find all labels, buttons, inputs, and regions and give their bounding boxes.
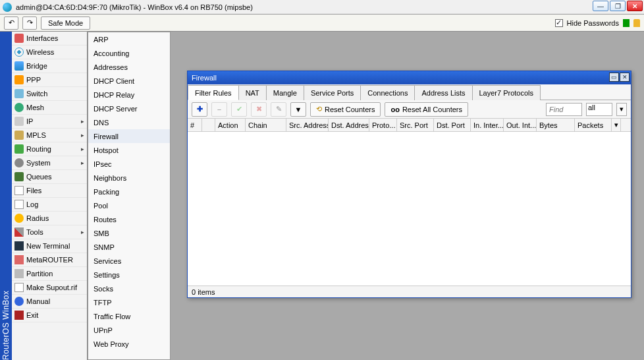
- submenu-item-tftp[interactable]: TFTP: [88, 295, 170, 309]
- sidebar-item-manual[interactable]: Manual: [12, 295, 87, 309]
- sidebar-item-queues[interactable]: Queues: [12, 170, 87, 184]
- column-header-dst-address[interactable]: Dst. Address: [329, 119, 369, 131]
- column-header-packets[interactable]: Packets: [575, 119, 612, 131]
- column-header-spacer[interactable]: ▾: [612, 119, 621, 131]
- sidebar-item-label: Manual: [26, 297, 50, 305]
- sidebar-item-label: System: [26, 159, 51, 167]
- submenu-item-ipsec[interactable]: IPsec: [88, 157, 170, 171]
- column-header-in-inter-[interactable]: In. Inter...: [471, 119, 504, 131]
- submenu-item-dhcp-server[interactable]: DHCP Server: [88, 102, 170, 115]
- column-header-dst-port[interactable]: Dst. Port: [434, 119, 471, 131]
- firewall-titlebar[interactable]: Firewall ▭ ✕: [188, 71, 631, 84]
- submenu-item-packing[interactable]: Packing: [88, 185, 170, 198]
- remove-button[interactable]: −: [211, 102, 227, 117]
- submenu-item-smb[interactable]: SMB: [88, 226, 170, 240]
- maximize-button[interactable]: ❐: [610, 1, 626, 11]
- sidebar-item-partition[interactable]: Partition: [12, 267, 87, 281]
- undo-button[interactable]: ↶: [4, 16, 18, 30]
- enable-button[interactable]: ✔: [231, 102, 247, 117]
- submenu-item-hotspot[interactable]: Hotspot: [88, 143, 170, 157]
- tab-nat[interactable]: NAT: [238, 85, 267, 100]
- firewall-minimize-button[interactable]: ▭: [609, 73, 619, 82]
- submenu-item-accounting[interactable]: Accounting: [88, 46, 170, 60]
- disable-button[interactable]: ✖: [251, 102, 267, 117]
- tab-filter-rules[interactable]: Filter Rules: [188, 85, 239, 100]
- minimize-button[interactable]: —: [593, 1, 608, 11]
- find-input[interactable]: [546, 103, 582, 116]
- submenu-item-addresses[interactable]: Addresses: [88, 60, 170, 74]
- column-header-bytes[interactable]: Bytes: [537, 119, 575, 131]
- tab-mangle[interactable]: Mangle: [266, 85, 304, 100]
- sidebar-item-bridge[interactable]: Bridge: [12, 59, 87, 73]
- sidebar-item-exit[interactable]: Exit: [12, 309, 87, 322]
- column-header-chain[interactable]: Chain: [246, 119, 286, 131]
- submenu-item-snmp[interactable]: SNMP: [88, 240, 170, 254]
- firewall-close-button[interactable]: ✕: [620, 73, 630, 82]
- column-header-out-int-[interactable]: Out. Int...: [504, 119, 537, 131]
- sidebar-item-ip[interactable]: IP: [12, 115, 87, 129]
- sidebar-item-radius[interactable]: Radius: [12, 212, 87, 225]
- sidebar-item-interfaces[interactable]: Interfaces: [12, 32, 87, 45]
- reset-counters-button[interactable]: ⟲Reset Counters: [310, 102, 381, 117]
- sidebar-item-tools[interactable]: Tools: [12, 225, 87, 239]
- tab-layer7-protocols[interactable]: Layer7 Protocols: [472, 85, 541, 100]
- column-header-proto-[interactable]: Proto...: [369, 119, 397, 131]
- sidebar-item-mesh[interactable]: Mesh: [12, 101, 87, 115]
- sidebar-item-system[interactable]: System: [12, 156, 87, 170]
- submenu-item-web-proxy[interactable]: Web Proxy: [88, 337, 170, 351]
- submenu-item-neighbors[interactable]: Neighbors: [88, 171, 170, 185]
- sidebar-item-label: Log: [26, 200, 38, 208]
- submenu-item-dhcp-relay[interactable]: DHCP Relay: [88, 88, 170, 102]
- add-button[interactable]: ✚: [192, 102, 207, 117]
- column-header--[interactable]: #: [188, 119, 202, 131]
- firewall-status-text: 0 items: [192, 288, 215, 296]
- submenu-item-dhcp-client[interactable]: DHCP Client: [88, 74, 170, 88]
- reset-all-counters-button[interactable]: ooReset All Counters: [385, 102, 468, 117]
- submenu-item-firewall[interactable]: Firewall: [88, 129, 170, 143]
- status-flag-icon: [623, 19, 630, 27]
- sidebar-item-routing[interactable]: Routing: [12, 142, 87, 156]
- filter-dropdown-button[interactable]: ▾: [616, 103, 627, 116]
- sidebar-item-metarouter[interactable]: MetaROUTER: [12, 253, 87, 267]
- tab-address-lists[interactable]: Address Lists: [414, 85, 472, 100]
- close-button[interactable]: ✕: [627, 1, 643, 11]
- submenu-item-dns[interactable]: DNS: [88, 115, 170, 129]
- sidebar-item-files[interactable]: Files: [12, 184, 87, 198]
- safe-mode-label: Safe Mode: [48, 19, 83, 27]
- redo-button[interactable]: ↷: [22, 16, 37, 30]
- hide-passwords-label: Hide Passwords: [567, 19, 619, 27]
- submenu-item-routes[interactable]: Routes: [88, 212, 170, 226]
- submenu-item-traffic-flow[interactable]: Traffic Flow: [88, 309, 170, 323]
- hide-passwords-checkbox[interactable]: ✓: [555, 19, 563, 27]
- sidebar-item-new-terminal[interactable]: New Terminal: [12, 239, 87, 253]
- sidebar-item-switch[interactable]: Switch: [12, 87, 87, 101]
- tab-service-ports[interactable]: Service Ports: [304, 85, 361, 100]
- safe-mode-button[interactable]: Safe Mode: [41, 16, 90, 30]
- column-header-src-address[interactable]: Src. Address: [286, 119, 329, 131]
- submenu-item-arp[interactable]: ARP: [88, 32, 170, 46]
- comment-button[interactable]: ✎: [271, 102, 286, 117]
- submenu-item-services[interactable]: Services: [88, 254, 170, 268]
- submenu-item-settings[interactable]: Settings: [88, 268, 170, 282]
- check-icon: ✓: [556, 18, 562, 27]
- submenu-item-upnp[interactable]: UPnP: [88, 323, 170, 337]
- column-header-action[interactable]: Action: [215, 119, 246, 131]
- mesh-icon: [14, 103, 24, 112]
- filter-select[interactable]: all: [586, 103, 612, 116]
- sidebar-item-make-supout-rif[interactable]: Make Supout.rif: [12, 281, 87, 295]
- tab-connections[interactable]: Connections: [360, 85, 415, 100]
- sidebar-item-log[interactable]: Log: [12, 198, 87, 212]
- submenu-item-pool[interactable]: Pool: [88, 198, 170, 212]
- supout-icon: [14, 283, 24, 292]
- column-header-src-port[interactable]: Src. Port: [397, 119, 434, 131]
- sidebar-item-label: Wireless: [26, 48, 54, 56]
- firewall-window: Firewall ▭ ✕ Filter RulesNATMangleServic…: [187, 71, 631, 298]
- check-icon: ✔: [236, 105, 242, 113]
- routing-icon: [14, 144, 24, 154]
- submenu-item-socks[interactable]: Socks: [88, 282, 170, 295]
- filter-button[interactable]: ▼: [290, 102, 306, 117]
- sidebar-item-wireless[interactable]: Wireless: [12, 45, 87, 59]
- column-header-spacer[interactable]: [202, 119, 215, 131]
- sidebar-item-ppp[interactable]: PPP: [12, 73, 87, 87]
- sidebar-item-mpls[interactable]: MPLS: [12, 129, 87, 142]
